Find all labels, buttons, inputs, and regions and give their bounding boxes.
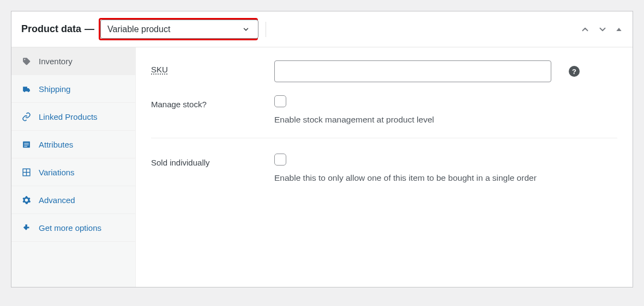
panel-title: Product data [21,23,81,35]
form-divider [151,138,617,138]
panel-header: Product data — Variable product [11,11,633,47]
sku-input[interactable] [274,60,551,82]
product-type-select[interactable]: Variable product [100,20,258,39]
product-type-highlight: Variable product [99,18,258,40]
product-data-tabs: Inventory Shipping Linked Products Attri… [11,47,136,287]
sold-individually-label: Sold individually [151,154,266,167]
sold-individually-row: Sold individually Enable this to only al… [151,154,617,183]
sku-label: SKU [151,60,266,74]
sidebar-item-linked-products[interactable]: Linked Products [11,103,135,131]
grid-icon [21,167,31,177]
plug-icon [21,223,31,232]
manage-stock-label: Manage stock? [151,95,266,109]
move-up-button[interactable] [580,25,590,34]
header-divider [266,22,266,37]
sidebar-item-label: Inventory [39,57,73,66]
svg-rect-3 [24,144,29,145]
separator-dash: — [85,23,94,35]
sku-row: SKU ? [151,60,617,82]
link-icon [21,112,31,121]
panel-body: Inventory Shipping Linked Products Attri… [11,47,633,287]
collapse-toggle[interactable] [615,26,623,33]
svg-rect-4 [24,146,27,146]
truck-icon [21,84,31,94]
help-icon[interactable]: ? [569,66,580,77]
sidebar-item-label: Advanced [39,195,75,205]
product-data-panel: Product data — Variable product [11,11,633,287]
gear-icon [21,195,31,205]
sidebar-item-label: Linked Products [39,112,98,121]
move-down-button[interactable] [598,25,607,34]
sold-individually-desc: Enable this to only allow one of this it… [274,173,537,183]
sold-individually-checkbox[interactable] [274,154,286,166]
inventory-tab-content: SKU ? Manage stock? Enable stock managem… [136,47,633,287]
svg-rect-2 [24,143,29,143]
manage-stock-row: Manage stock? Enable stock management at… [151,95,617,125]
sidebar-item-label: Attributes [39,140,73,149]
sidebar-item-label: Get more options [39,223,101,232]
sidebar-item-advanced[interactable]: Advanced [11,186,135,214]
tag-icon [21,56,31,66]
panel-header-controls [580,25,623,34]
sidebar-item-label: Shipping [39,84,70,94]
sidebar-item-get-more-options[interactable]: Get more options [11,214,135,242]
svg-marker-0 [616,28,621,31]
sidebar-item-shipping[interactable]: Shipping [11,75,135,103]
sidebar-item-inventory[interactable]: Inventory [11,47,135,75]
manage-stock-desc: Enable stock management at product level [274,115,434,125]
sidebar-item-label: Variations [39,168,75,177]
sidebar-item-variations[interactable]: Variations [11,158,135,186]
sidebar-item-attributes[interactable]: Attributes [11,131,135,158]
manage-stock-checkbox[interactable] [274,95,286,107]
list-icon [21,139,31,149]
